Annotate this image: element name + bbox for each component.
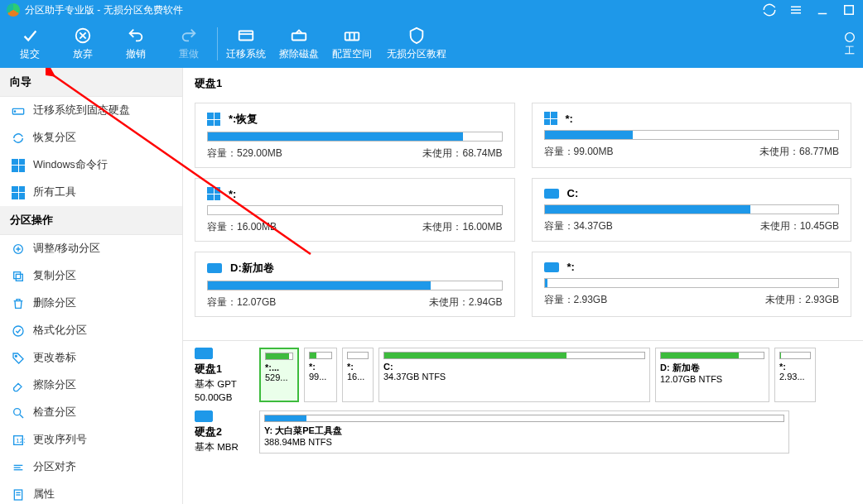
- svg-rect-4: [845, 6, 854, 15]
- sidebar-item-label: 恢复分区: [33, 131, 76, 145]
- sidebar-item[interactable]: Windows命令行: [0, 151, 182, 179]
- capacity-label: 容量：34.37GB: [544, 219, 613, 233]
- partition-name: D:新加卷: [230, 261, 274, 276]
- sidebar-item[interactable]: 恢复分区: [0, 124, 182, 151]
- svg-point-21: [15, 355, 17, 357]
- unused-label: 未使用：68.77MB: [759, 145, 839, 159]
- migrate-button[interactable]: 迁移系统: [219, 20, 272, 68]
- usage-bar: [544, 130, 840, 140]
- partition-cards: *:恢复 容量：529.00MB 未使用：68.74MB *: 容量：99.00…: [183, 99, 863, 335]
- format-icon: [12, 324, 25, 338]
- usage-bar: [544, 278, 840, 288]
- capacity-label: 容量：99.00MB: [544, 145, 614, 159]
- partition-name: *:: [567, 261, 575, 273]
- unused-label: 未使用：16.00MB: [422, 220, 502, 234]
- menu-icon[interactable]: [788, 2, 803, 17]
- svg-point-22: [14, 408, 21, 415]
- sidebar-item[interactable]: 属性: [0, 481, 182, 504]
- partition-segment[interactable]: D: 新加卷12.07GB NTFS: [655, 348, 769, 402]
- undo-button[interactable]: 撤销: [109, 20, 162, 68]
- sidebar-item[interactable]: 所有工具: [0, 179, 182, 206]
- refresh-icon[interactable]: [762, 2, 777, 17]
- partition-name: *:恢复: [229, 112, 258, 127]
- copy-icon: [12, 270, 25, 283]
- win-icon: [12, 159, 25, 172]
- capacity-label: 容量：16.00MB: [207, 220, 277, 234]
- discard-button[interactable]: 放弃: [56, 20, 109, 68]
- maximize-icon[interactable]: [841, 2, 856, 17]
- sidebar-item[interactable]: 擦除分区: [0, 372, 182, 399]
- redo-label: 重做: [179, 47, 199, 61]
- sidebar-item-label: 调整/移动分区: [33, 242, 100, 256]
- content: 硬盘1 *:恢复 容量：529.00MB 未使用：68.74MB *: 容量：9…: [183, 68, 863, 504]
- sidebar-item[interactable]: 格式化分区: [0, 317, 182, 344]
- tutorial-button[interactable]: 无损分区教程: [378, 20, 455, 68]
- sidebar-item[interactable]: 更改卷标: [0, 344, 182, 372]
- sidebar-item-label: 属性: [33, 487, 55, 502]
- partition-card[interactable]: *: 容量：2.93GB 未使用：2.93GB: [532, 252, 852, 317]
- undo-label: 撤销: [126, 47, 146, 61]
- space-button[interactable]: 配置空间: [325, 20, 378, 68]
- usage-bar: [544, 204, 840, 214]
- main-area: 向导 迁移系统到固态硬盘恢复分区Windows命令行所有工具 分区操作 调整/移…: [0, 68, 863, 504]
- svg-rect-8: [239, 31, 253, 41]
- capacity-label: 容量：2.93GB: [544, 293, 608, 307]
- sidebar-item[interactable]: 调整/移动分区: [0, 235, 182, 262]
- svg-line-23: [20, 415, 23, 418]
- partition-segment[interactable]: C:34.37GB NTFS: [378, 348, 650, 402]
- sidebar-item-label: 迁移系统到固态硬盘: [33, 103, 130, 118]
- migrate-label: 迁移系统: [226, 47, 266, 61]
- sidebar-item-label: Windows命令行: [33, 158, 108, 172]
- partition-card[interactable]: *:恢复 容量：529.00MB 未使用：68.74MB: [195, 103, 515, 168]
- sidebar-item[interactable]: 分区对齐: [0, 454, 182, 481]
- svg-point-16: [14, 111, 15, 112]
- sidebar-item-label: 更改卷标: [33, 351, 76, 365]
- sidebar-item-label: 检查分区: [33, 406, 76, 420]
- wipe-label: 擦除磁盘: [279, 47, 319, 61]
- usage-bar: [207, 281, 503, 290]
- partition-segment[interactable]: *:...529...: [259, 348, 299, 402]
- tutorial-label: 无损分区教程: [387, 47, 446, 61]
- svg-rect-18: [16, 274, 22, 281]
- drive-icon: [207, 263, 222, 273]
- partition-card[interactable]: *: 容量：16.00MB 未使用：16.00MB: [195, 178, 515, 242]
- sidebar-item[interactable]: 删除分区: [0, 290, 182, 317]
- grid-icon: [12, 186, 25, 199]
- toolbar-separator: [217, 27, 218, 60]
- sidebar-item[interactable]: 检查分区: [0, 399, 182, 426]
- svg-point-14: [846, 32, 855, 41]
- minimize-icon[interactable]: [815, 2, 830, 17]
- disk-strip-title: 硬盘2: [195, 425, 254, 439]
- tools-button[interactable]: 工: [845, 20, 860, 68]
- sidebar-item-label: 所有工具: [33, 185, 76, 199]
- tag-icon: [12, 352, 25, 365]
- submit-label: 提交: [20, 47, 40, 61]
- disk-icon: [195, 410, 213, 422]
- submit-button[interactable]: 提交: [3, 20, 56, 68]
- drive-icon: [544, 262, 559, 272]
- disk-strip-1[interactable]: 硬盘1基本 GPT50.00GB*:...529...*:99...*:16..…: [195, 348, 851, 402]
- sidebar-item[interactable]: 迁移系统到固态硬盘: [0, 97, 182, 124]
- usage-bar: [207, 205, 503, 215]
- partition-segment[interactable]: Y: 大白菜PE工具盘388.94MB NTFS: [259, 410, 789, 454]
- sidebar-item-label: 分区对齐: [33, 460, 76, 474]
- sidebar-item[interactable]: 123更改序列号: [0, 426, 182, 454]
- unused-label: 未使用：2.94GB: [429, 295, 503, 310]
- wipe-button[interactable]: 擦除磁盘: [272, 20, 325, 68]
- sidebar: 向导 迁移系统到固态硬盘恢复分区Windows命令行所有工具 分区操作 调整/移…: [0, 68, 183, 504]
- disk-strip-2[interactable]: 硬盘2基本 MBRY: 大白菜PE工具盘388.94MB NTFS: [195, 410, 851, 454]
- titlebar: 分区助手专业版 - 无损分区免费软件: [0, 0, 863, 20]
- partition-segment[interactable]: *:2.93...: [774, 348, 816, 402]
- partition-segment[interactable]: *:99...: [304, 348, 337, 402]
- sidebar-item[interactable]: 复制分区: [0, 262, 182, 290]
- partition-card[interactable]: *: 容量：99.00MB 未使用：68.77MB: [532, 103, 852, 168]
- partition-card[interactable]: C: 容量：34.37GB 未使用：10.45GB: [532, 178, 852, 242]
- redo-button[interactable]: 重做: [162, 20, 215, 68]
- window-title: 分区助手专业版 - 无损分区免费软件: [25, 3, 183, 17]
- unused-label: 未使用：10.45GB: [760, 219, 839, 233]
- partition-segment[interactable]: *:16...: [342, 348, 374, 402]
- svg-point-20: [13, 326, 23, 336]
- partition-card[interactable]: D:新加卷 容量：12.07GB 未使用：2.94GB: [195, 252, 515, 317]
- sidebar-item-label: 删除分区: [33, 296, 76, 310]
- toolbar: 提交 放弃 撤销 重做 迁移系统 擦除磁盘 配置空间 无损分区教程 工: [0, 20, 863, 68]
